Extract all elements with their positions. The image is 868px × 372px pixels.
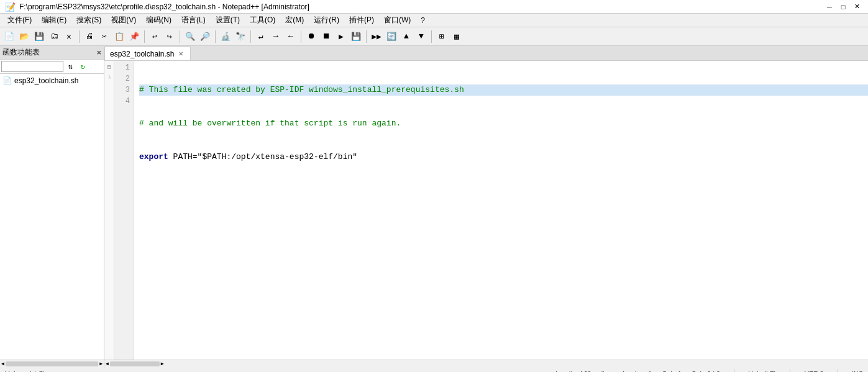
toolbar-sep-4 bbox=[215, 30, 216, 43]
fold-line-2: └ bbox=[104, 73, 114, 84]
sidebar-sort-icon[interactable]: ⇅ bbox=[65, 61, 76, 72]
sel-label: Sel : 0 | 0 bbox=[692, 370, 720, 373]
menu-help[interactable]: ? bbox=[416, 15, 430, 26]
sidebar-close-btn[interactable]: × bbox=[96, 48, 101, 57]
save-all-button[interactable]: 🗂 bbox=[47, 30, 61, 43]
ins-label: INS bbox=[852, 370, 863, 373]
status-divider-1 bbox=[734, 370, 734, 373]
redo-button[interactable]: ↪ bbox=[163, 30, 176, 43]
toolbar-sep-2 bbox=[144, 30, 145, 43]
toolbar-sep-3 bbox=[180, 30, 180, 43]
sidebar-filename: esp32_toolchain.sh bbox=[14, 76, 78, 85]
new-button[interactable]: 📄 bbox=[2, 30, 16, 43]
line-numbers-gutter: 1 2 3 4 bbox=[114, 61, 134, 360]
close-doc-button[interactable]: ✕ bbox=[62, 30, 76, 43]
extra-button[interactable]: ⊞ bbox=[435, 30, 449, 43]
scroll-left-arrow[interactable]: ◀ bbox=[1, 361, 4, 366]
menu-run[interactable]: 运行(R) bbox=[309, 14, 344, 27]
status-divider-2 bbox=[790, 370, 790, 373]
menu-settings[interactable]: 设置(T) bbox=[211, 14, 245, 27]
tab-bar: esp32_toolchain.sh ✕ bbox=[104, 46, 868, 61]
find-replace-button[interactable]: 🔎 bbox=[198, 30, 212, 43]
ln-label: Ln : 1 bbox=[635, 370, 652, 373]
toolbar-sep-6 bbox=[301, 30, 301, 43]
sidebar-spacer bbox=[0, 88, 104, 360]
editor-horizontal-scrollbar[interactable]: ◀ ▶ bbox=[104, 360, 868, 368]
code-editor[interactable]: # This file was created by ESP-IDF windo… bbox=[134, 61, 868, 360]
encoding-label: UTF-8 bbox=[804, 370, 823, 373]
code-line-2: # and will be overwritten if that script… bbox=[139, 118, 868, 129]
code-token: # This file was created by ESP-IDF windo… bbox=[139, 85, 464, 94]
macro-play-button[interactable]: ▶ bbox=[334, 30, 348, 43]
copy-button[interactable]: 📋 bbox=[112, 30, 126, 43]
fold-line-1[interactable]: ⊟ bbox=[104, 62, 114, 73]
editor-scroll-left[interactable]: ◀ bbox=[106, 361, 109, 366]
down-button[interactable]: ▼ bbox=[414, 30, 428, 43]
menu-window[interactable]: 窗口(W) bbox=[379, 14, 416, 27]
wrap-button[interactable]: ↵ bbox=[254, 30, 268, 43]
menu-encoding[interactable]: 编码(N) bbox=[141, 14, 176, 27]
file-icon: 📄 bbox=[2, 76, 12, 85]
paste-button[interactable]: 📌 bbox=[127, 30, 141, 43]
sidebar-horizontal-scrollbar[interactable]: ◀ ▶ bbox=[0, 360, 104, 368]
save-button[interactable]: 💾 bbox=[32, 30, 46, 43]
sidebar-search-bar: ⇅ ↻ bbox=[0, 60, 104, 74]
code-line-3: export PATH="$PATH:/opt/xtensa-esp32-elf… bbox=[139, 152, 868, 163]
tab-esp32-toolchain[interactable]: esp32_toolchain.sh ✕ bbox=[104, 47, 191, 60]
status-divider-3 bbox=[838, 370, 838, 373]
status-left: Unix script file bbox=[5, 370, 47, 373]
indent-button[interactable]: → bbox=[269, 30, 283, 43]
scroll-thumb[interactable] bbox=[6, 361, 98, 366]
sidebar-search-input[interactable] bbox=[1, 61, 63, 72]
app-icon: 📝 bbox=[5, 2, 16, 12]
sidebar-title: 函数功能表 bbox=[2, 47, 40, 58]
menu-language[interactable]: 语言(L) bbox=[176, 14, 211, 27]
print-button[interactable]: 🖨 bbox=[83, 30, 96, 43]
line-num-4: 4 bbox=[114, 96, 130, 107]
minimize-button[interactable]: ─ bbox=[823, 2, 836, 12]
scroll-right-arrow[interactable]: ▶ bbox=[99, 361, 103, 366]
tab-label: esp32_toolchain.sh bbox=[110, 50, 174, 58]
toolbar-sep-5 bbox=[250, 30, 251, 43]
menu-tools[interactable]: 工具(O) bbox=[245, 14, 280, 27]
code-token-path: PATH="$PATH:/opt/xtensa-esp32-elf/bin" bbox=[168, 152, 357, 161]
menu-bar: 文件(F) 编辑(E) 搜索(S) 视图(V) 编码(N) 语言(L) 设置(T… bbox=[0, 14, 868, 27]
macro-save-button[interactable]: 💾 bbox=[349, 30, 363, 43]
sidebar-refresh-icon[interactable]: ↻ bbox=[77, 61, 88, 72]
open-button[interactable]: 📂 bbox=[17, 30, 31, 43]
zoom-in-button[interactable]: 🔬 bbox=[219, 30, 232, 43]
cut-button[interactable]: ✂ bbox=[98, 30, 111, 43]
undo-button[interactable]: ↩ bbox=[148, 30, 162, 43]
close-button[interactable]: ✕ bbox=[851, 2, 863, 12]
menu-search[interactable]: 搜索(S) bbox=[71, 14, 106, 27]
macro-stop-button[interactable]: ⏹ bbox=[319, 30, 333, 43]
toolbar-sep-8 bbox=[431, 30, 432, 43]
zoom-out-button[interactable]: 🔭 bbox=[234, 30, 247, 43]
window-title: F:\program\ESP32\msys32\etc\profile.d\es… bbox=[19, 2, 309, 11]
maximize-button[interactable]: □ bbox=[837, 2, 849, 12]
sync-button[interactable]: 🔄 bbox=[385, 30, 398, 43]
toolbar-sep-1 bbox=[79, 30, 80, 43]
outdent-button[interactable]: ← bbox=[284, 30, 298, 43]
up-button[interactable]: ▲ bbox=[400, 30, 413, 43]
menu-file[interactable]: 文件(F) bbox=[2, 14, 37, 27]
menu-macro[interactable]: 宏(M) bbox=[280, 14, 309, 27]
title-bar: 📝 F:\program\ESP32\msys32\etc\profile.d\… bbox=[0, 0, 868, 14]
menu-view[interactable]: 视图(V) bbox=[106, 14, 141, 27]
title-bar-controls: ─ □ ✕ bbox=[823, 2, 863, 12]
run-button[interactable]: ▶▶ bbox=[370, 30, 383, 43]
panel-button[interactable]: ▦ bbox=[450, 30, 464, 43]
tab-close-icon[interactable]: ✕ bbox=[176, 50, 185, 58]
find-button[interactable]: 🔍 bbox=[183, 30, 197, 43]
editor-area: esp32_toolchain.sh ✕ ⊟ └ 1 2 3 4 # Th bbox=[104, 46, 868, 360]
menu-edit[interactable]: 编辑(E) bbox=[37, 14, 71, 27]
title-bar-left: 📝 F:\program\ESP32\msys32\etc\profile.d\… bbox=[5, 2, 309, 12]
editor-scroll-right[interactable]: ▶ bbox=[161, 361, 164, 366]
macro-record-button[interactable]: ⏺ bbox=[304, 30, 318, 43]
sidebar-file-item[interactable]: 📄 esp32_toolchain.sh bbox=[0, 74, 104, 88]
code-token-export: export bbox=[139, 152, 168, 161]
editor-scroll-thumb[interactable] bbox=[110, 361, 160, 366]
menu-plugins[interactable]: 插件(P) bbox=[344, 14, 379, 27]
line-num-3: 3 bbox=[114, 84, 130, 96]
code-container: ⊟ └ 1 2 3 4 # This file was created by E… bbox=[104, 61, 868, 360]
